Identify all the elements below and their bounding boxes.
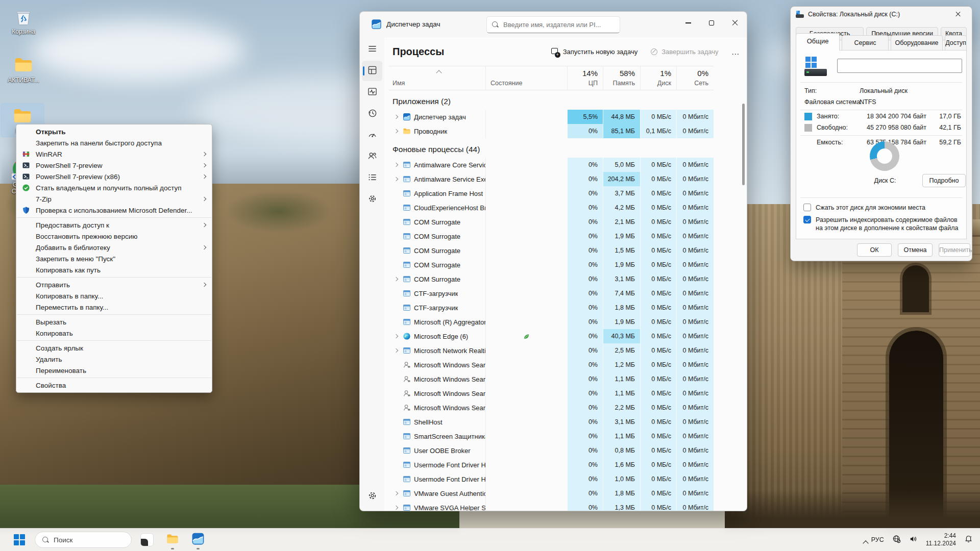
- start-button[interactable]: [9, 530, 30, 550]
- context-menu-item[interactable]: Копировать как путь: [16, 264, 212, 276]
- run-new-task-button[interactable]: Запустить новую задачу: [551, 48, 638, 56]
- process-row[interactable]: Application Frame Host0%3,7 МБ0 МБ/с0 Мб…: [388, 186, 714, 201]
- context-menu-item[interactable]: WinRAR: [16, 148, 212, 160]
- minimize-button[interactable]: [676, 12, 700, 34]
- nav-details[interactable]: [362, 168, 382, 188]
- context-menu-item[interactable]: PowerShell 7-preview (x86): [16, 171, 212, 182]
- expand-chevron-icon[interactable]: [393, 161, 400, 168]
- tab-Общие[interactable]: Общие: [796, 33, 840, 51]
- expand-chevron-icon[interactable]: [393, 128, 400, 135]
- process-row[interactable]: COM Surrogate0%1,9 МБ0 МБ/с0 Мбит/с: [388, 258, 714, 272]
- nav-performance[interactable]: [362, 82, 382, 103]
- process-row[interactable]: SmartScreen Защитника Win...0%1,1 МБ0 МБ…: [388, 429, 714, 443]
- nav-startup-apps[interactable]: [362, 125, 382, 145]
- process-row[interactable]: Microsoft Network Realtime I...0%2,5 МБ0…: [388, 343, 714, 358]
- process-row[interactable]: COM Surrogate0%1,9 МБ0 МБ/с0 Мбит/с: [388, 229, 714, 243]
- process-row[interactable]: Microsoft Windows Search Filt...0%1,1 МБ…: [388, 372, 714, 386]
- process-row[interactable]: COM Surrogate0%3,1 МБ0 МБ/с0 Мбит/с: [388, 272, 714, 286]
- expand-chevron-icon[interactable]: [393, 276, 400, 283]
- tab-Оборудование[interactable]: Оборудование: [891, 35, 943, 51]
- tab-Доступ[interactable]: Доступ: [945, 35, 967, 51]
- tab-Сервис[interactable]: Сервис: [842, 35, 889, 51]
- taskbar-app-widget[interactable]: [137, 530, 157, 550]
- process-row[interactable]: Antimalware Service Executable0%204,2 МБ…: [388, 172, 714, 186]
- process-row[interactable]: Microsoft Windows Search Filt...0%1,2 МБ…: [388, 358, 714, 372]
- task-manager-titlebar[interactable]: Диспетчер задач Введите имя, издателя ил…: [360, 12, 747, 37]
- process-row[interactable]: COM Surrogate0%1,5 МБ0 МБ/с0 Мбит/с: [388, 243, 714, 258]
- context-menu-item[interactable]: Копировать в папку...: [16, 290, 212, 302]
- context-menu-item[interactable]: Отправить: [16, 279, 212, 290]
- end-task-button[interactable]: Завершить задачу: [651, 48, 718, 56]
- process-row[interactable]: Диспетчер задач5,5%44,8 МБ0 МБ/с0 Мбит/с: [388, 110, 714, 124]
- context-menu-item[interactable]: Удалить: [16, 354, 212, 365]
- process-row[interactable]: Microsoft Edge (6)0%40,3 МБ0 МБ/с0 Мбит/…: [388, 329, 714, 343]
- nav-processes[interactable]: [362, 61, 382, 81]
- context-menu-item[interactable]: Создать ярлык: [16, 342, 212, 354]
- context-menu-item[interactable]: Свойства: [16, 380, 212, 391]
- context-menu-item[interactable]: PowerShell 7-preview: [16, 160, 212, 171]
- language-indicator[interactable]: РУС: [871, 536, 884, 543]
- more-options-button[interactable]: ...: [731, 47, 740, 56]
- context-menu-item[interactable]: Стать владельцем и получить полный досту…: [16, 182, 212, 193]
- column-memory[interactable]: 58% Память: [603, 66, 640, 90]
- context-menu-item[interactable]: Переместить в папку...: [16, 302, 212, 313]
- process-row[interactable]: ShellHost0%3,1 МБ0 МБ/с0 Мбит/с: [388, 415, 714, 429]
- column-name[interactable]: Имя: [388, 66, 485, 90]
- process-row[interactable]: CloudExperienceHost Broker0%4,2 МБ0 МБ/с…: [388, 201, 714, 215]
- column-disk[interactable]: 1% Диск: [640, 66, 676, 90]
- details-button[interactable]: Подробно: [922, 174, 966, 187]
- column-network[interactable]: 0% Сеть: [676, 66, 714, 90]
- scrollbar-thumb[interactable]: [742, 104, 745, 185]
- ok-button[interactable]: ОК: [857, 243, 892, 257]
- process-row[interactable]: Microsoft Windows Search Pr...0%2,2 МБ0 …: [388, 400, 714, 415]
- context-menu-item[interactable]: Восстановить прежнюю версию: [16, 231, 212, 242]
- cancel-button[interactable]: Отмена: [898, 243, 933, 257]
- nav-settings[interactable]: [362, 486, 382, 507]
- process-row[interactable]: Microsoft (R) Aggregator Host0%1,9 МБ0 М…: [388, 315, 714, 329]
- process-group-header[interactable]: Фоновые процессы (44): [388, 138, 714, 158]
- close-button[interactable]: [723, 12, 747, 34]
- context-menu-item[interactable]: Предоставить доступ к: [16, 219, 212, 231]
- process-group-header[interactable]: Приложения (2): [388, 90, 714, 110]
- volume-icon[interactable]: [909, 535, 918, 545]
- process-row[interactable]: Usermode Font Driver Host0%1,6 МБ0 МБ/с0…: [388, 458, 714, 472]
- taskbar-clock[interactable]: 2:44 11.12.2024: [926, 532, 956, 547]
- context-menu-item[interactable]: 7-Zip: [16, 193, 212, 205]
- context-menu-item[interactable]: Открыть: [16, 126, 212, 137]
- notification-bell-icon[interactable]: z: [964, 535, 973, 545]
- process-row[interactable]: User OOBE Broker0%0,8 МБ0 МБ/с0 Мбит/с: [388, 443, 714, 458]
- context-menu-item[interactable]: Закрепить на панели быстрого доступа: [16, 137, 212, 148]
- expand-chevron-icon[interactable]: [393, 347, 400, 354]
- column-status[interactable]: Состояние: [485, 66, 567, 90]
- context-menu-item[interactable]: Закрепить в меню "Пуск": [16, 253, 212, 264]
- nav-app-history[interactable]: [362, 104, 382, 124]
- taskbar-explorer[interactable]: [162, 530, 183, 550]
- process-row[interactable]: VMware SVGA Helper Service (...0%1,3 МБ0…: [388, 500, 714, 511]
- context-menu-item[interactable]: Добавить в библиотеку: [16, 242, 212, 253]
- nav-menu-button[interactable]: [362, 39, 382, 60]
- process-row[interactable]: Microsoft Windows Search Filt...0%1,1 МБ…: [388, 386, 714, 400]
- maximize-button[interactable]: [700, 12, 723, 34]
- taskbar-search[interactable]: Поиск: [35, 532, 132, 548]
- desktop-icon-folder-aktivat[interactable]: АКТИВАТ...: [2, 53, 45, 86]
- process-row[interactable]: Проводник0%85,1 МБ0,1 МБ/с0 Мбит/с: [388, 124, 714, 138]
- task-manager-search-box[interactable]: Введите имя, издателя или PI...: [486, 16, 620, 33]
- context-menu-item[interactable]: Переименовать: [16, 365, 212, 376]
- nav-users[interactable]: [362, 146, 382, 167]
- expand-chevron-icon[interactable]: [393, 333, 400, 340]
- apply-button[interactable]: Применить: [939, 243, 970, 257]
- volume-label-input[interactable]: [837, 59, 962, 73]
- network-globe-icon[interactable]: [892, 535, 901, 545]
- expand-chevron-icon[interactable]: [393, 113, 400, 120]
- process-row[interactable]: Usermode Font Driver Host0%1,0 МБ0 МБ/с0…: [388, 472, 714, 486]
- taskbar-task-manager[interactable]: [188, 530, 208, 550]
- desktop-icon-recycle-bin[interactable]: Корзина: [2, 4, 45, 37]
- checkbox-unchecked[interactable]: [803, 204, 811, 211]
- process-row[interactable]: COM Surrogate0%2,1 МБ0 МБ/с0 Мбит/с: [388, 215, 714, 229]
- context-menu-item[interactable]: Проверка с использованием Microsoft Defe…: [16, 205, 212, 216]
- process-row[interactable]: Antimalware Core Service0%5,0 МБ0 МБ/с0 …: [388, 158, 714, 172]
- checkbox-checked[interactable]: [803, 216, 811, 223]
- nav-services[interactable]: [362, 189, 382, 210]
- expand-chevron-icon[interactable]: [393, 490, 400, 497]
- context-menu-item[interactable]: Копировать: [16, 328, 212, 339]
